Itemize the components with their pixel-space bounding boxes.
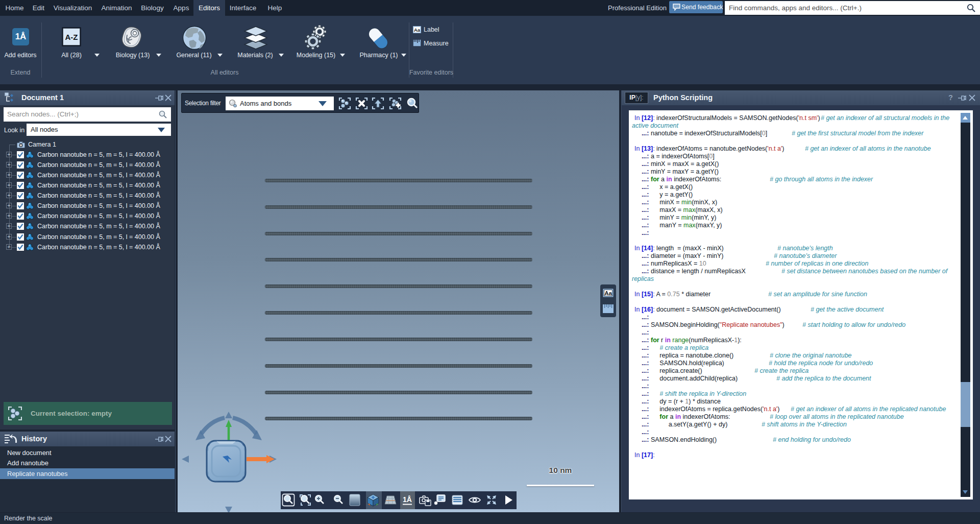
svg-text:1Å: 1Å [403,495,412,504]
svg-text:A-Z: A-Z [65,33,78,41]
svg-text:Aa: Aa [414,27,421,33]
svg-text:Aa: Aa [604,290,612,296]
